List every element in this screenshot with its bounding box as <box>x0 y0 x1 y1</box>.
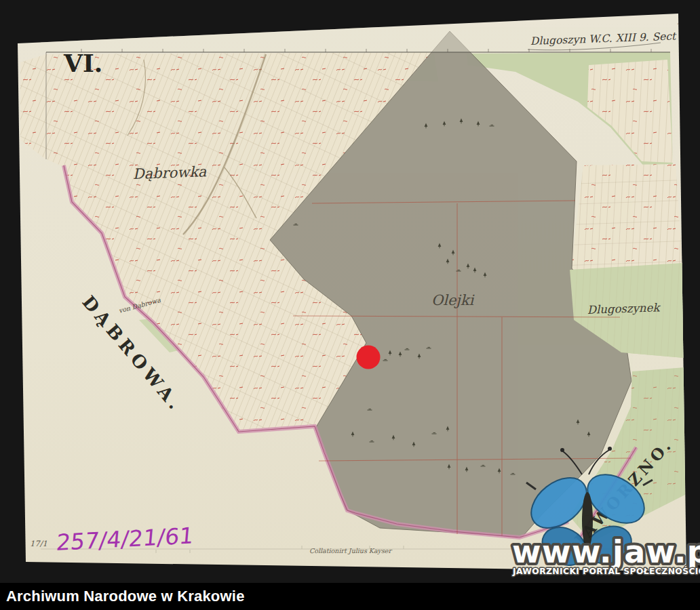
watermark-subtitle-text: JAWORZNICKI PORTAL SPOŁECZNOŚCIOWY <box>512 566 700 576</box>
archive-viewer: VI. Dlugoszyn W.C. XIII 9. Sect a.i. 3 D… <box>0 0 700 610</box>
label-dlugoszynek: Dlugoszynek <box>587 301 661 317</box>
label-olejki: Olejki <box>431 292 475 308</box>
pencil-note-top-right: 3 <box>676 18 682 27</box>
archive-caption-bar: Archiwum Narodowe w Krakowie <box>0 583 700 610</box>
map-scan: VI. Dlugoszyn W.C. XIII 9. Sect a.i. 3 D… <box>0 0 700 583</box>
watermark-url-text: www.jaw.pl <box>512 533 700 570</box>
sheet-number-label: VI. <box>63 49 102 77</box>
archive-caption-text: Archiwum Narodowe w Krakowie <box>0 588 245 605</box>
collation-note: Collationirt Julius Kayser <box>309 547 392 555</box>
label-dabrowka: Dąbrowka <box>132 163 207 182</box>
pencil-note-bottom-left: 17/1 <box>30 539 47 548</box>
red-click-marker <box>357 346 381 369</box>
